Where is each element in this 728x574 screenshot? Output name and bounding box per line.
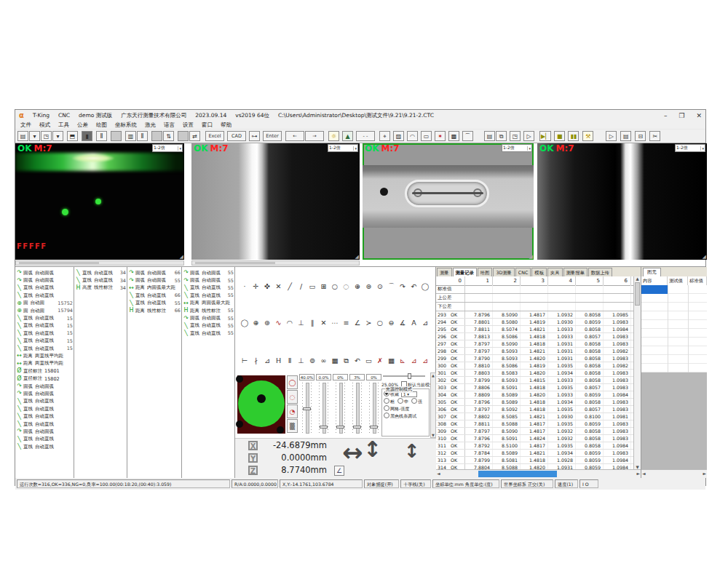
feature-item[interactable]: H距离线性标注66 [127,307,181,314]
light-toggle-button[interactable]: ☼ [328,131,339,141]
curve-tool[interactable]: ∿ [274,318,283,327]
feature-item[interactable]: ╲直线自动直线34 [74,269,127,276]
curve-fit-button[interactable]: ⌒ [462,131,473,141]
result-row[interactable]: 295OK7.88118.50741.48211.09330.80581.098… [436,326,633,333]
maximize-button[interactable]: ❐ [678,112,684,119]
placeholder-button[interactable]: ▬ [111,131,122,141]
result-row[interactable]: 311OK7.87928.51001.48171.09350.80581.098… [436,442,633,450]
circle-slice-tool[interactable]: ⊖ [387,318,396,327]
scroll-up-arrow[interactable]: ▲ [634,276,641,281]
ellipse-2-tool[interactable]: ◯ [240,318,249,327]
feature-item[interactable]: ↷圆弧自动圆弧 [15,390,74,397]
camera1-scrollbar[interactable] [15,260,184,266]
open-options-dropdown[interactable]: ▾ [52,131,63,141]
circle-scan-tool[interactable]: ⊛ [365,282,373,291]
feature-item[interactable]: ╲直线自动直线 [15,405,74,412]
feature-item[interactable]: ╲直线自动直线 [15,398,74,405]
result-row[interactable]: 299OK7.87908.50931.48201.09310.80581.098… [436,355,633,362]
result-row[interactable]: 302OK7.87998.50931.48151.09330.80581.098… [436,377,633,384]
feature-item[interactable]: ╲直线自动直线15 [15,330,74,337]
slider-thumb[interactable] [336,426,344,428]
scrollbar-thumb[interactable] [195,262,275,264]
feature-item[interactable]: ╲直线自动直线66 [127,292,181,299]
feature-item[interactable]: ↔距离内圆弧最大距 [127,284,181,292]
results-tab-测量[interactable]: 测量 [437,268,452,276]
caliper-tool[interactable]: ∤ [252,356,261,365]
glasses-view-tool[interactable]: ∞ [320,356,328,365]
menu-item-语言[interactable]: 语言 [164,121,175,129]
rectangle-grid-tool[interactable]: ⊞ [320,282,328,291]
step-forward-button[interactable]: → [305,131,324,141]
arc-fit-button[interactable]: ◠ [407,131,418,141]
feature-item[interactable]: ╲直线自动直线55 [182,292,234,299]
distance-tool[interactable]: ⊢ [240,356,249,365]
feature-item[interactable]: ╲直线自动直线 [15,284,74,292]
menu-item-工具[interactable]: 工具 [58,121,69,129]
result-row[interactable]: 294OK7.88018.50801.48191.09300.80591.098… [436,319,633,326]
result-row[interactable]: 313OK7.87998.50811.48181.09280.80591.098… [436,457,633,464]
angle-jog-button[interactable]: ∠ [334,466,344,476]
target-scan-tool[interactable]: ⊛ [263,318,272,327]
selected-cell[interactable] [641,285,668,294]
result-row[interactable]: 297OK7.87978.50901.48181.09310.80581.098… [436,340,633,348]
excel-export-button[interactable]: Excel [205,131,224,141]
camera-zoom-select[interactable]: 1-2倍▾ [328,144,358,152]
light-slider-1[interactable]: 40.0% [299,374,316,437]
magnifier-button[interactable]: ⌖ [379,131,390,141]
concentricity-tool[interactable]: ⊚ [308,356,317,365]
ring-pattern-button[interactable]: ▒ [287,419,298,433]
circle-dashed-tool[interactable]: ◌ [342,282,351,291]
dashes-button[interactable]: - - [356,131,375,141]
parallel-tool[interactable]: ∥ [308,318,317,327]
blank-white-button[interactable]: ▭ [421,131,432,141]
result-row[interactable]: 303OK7.88068.50911.48181.09350.80571.098… [436,384,633,391]
feature-item[interactable]: Ø直径标注15801 [15,367,74,375]
feature-item[interactable]: ╲直线自动直线 [15,443,74,450]
feature-item[interactable]: ↷圆弧自动圆弧 [15,428,74,435]
zoom-slider-thumb[interactable] [408,373,411,379]
camera-view-1[interactable]: FFFFF OKM:71-2倍▾◢ [15,143,184,260]
align-right-tool[interactable]: ⊿ [421,356,430,365]
feature-item[interactable]: ⊕圆自动圆15794 [15,307,74,314]
results-tab-夹具[interactable]: 夹具 [547,268,563,276]
feature-item[interactable]: ╲直线自动直线 [15,412,74,420]
feature-item[interactable]: ╲直线自动直线55 [182,330,234,337]
results-tab-绘图[interactable]: 绘图 [478,268,493,276]
feature-item[interactable]: ╲直线自动直线55 [127,300,181,307]
radio-level-粗[interactable] [384,398,389,404]
move-stage-vertical-button[interactable]: ⇅ [163,131,174,141]
open-file-button[interactable]: ◳ [41,131,52,141]
feature-item[interactable]: ⊕圆自动圆15752 [15,300,74,307]
slider-thumb[interactable] [303,407,311,410]
menu-item-绘图[interactable]: 绘图 [96,121,107,129]
menu-item-设置[interactable]: 设置 [183,121,194,129]
selection-box-tool[interactable]: ▭ [365,356,373,365]
feature-item[interactable]: ╲直线自动直线15 [15,322,74,330]
light-slider-3[interactable]: 0% [333,374,349,437]
point-set-tool[interactable]: ⋯ [331,318,339,327]
element-tab[interactable]: 图元 [643,268,661,276]
camera-view-4[interactable]: OKM:71-2倍▾◢ [537,143,707,260]
copy-program-button[interactable]: ⧉ [496,131,507,141]
arc-tool[interactable]: ⌒ [387,282,396,291]
result-row[interactable]: 306OK7.87978.50921.48181.09350.80571.098… [436,406,633,413]
perpendicular-annotate-tool[interactable]: ⊥ [297,356,306,365]
feature-item[interactable]: ↔距离两直线平均距 [15,352,74,359]
scroll-left-arrow[interactable]: ◄ [642,471,646,476]
feature-item[interactable]: ↷圆弧自动圆弧55 [182,314,234,322]
arc-cw-tool[interactable]: ↷ [398,282,407,291]
save-file-button[interactable]: ▤ [17,131,28,141]
result-row[interactable]: 305OK7.87968.50891.48181.09340.80581.098… [436,399,633,406]
feature-item[interactable]: H高度线性标注34 [74,284,127,292]
feature-item[interactable]: Ø直径标注15802 [15,375,74,382]
results-tab-3D测量[interactable]: 3D测量 [493,268,514,276]
menu-item-模式[interactable]: 模式 [39,121,50,129]
step-back-button[interactable]: ← [285,131,304,141]
result-row[interactable]: 301OK7.88038.50831.48201.09340.80581.098… [436,370,633,377]
result-row[interactable]: 307OK7.88028.50851.48211.09300.81001.098… [436,413,633,420]
height-tool[interactable]: H [274,356,283,365]
feature-item[interactable]: H距离线性标注55 [182,307,234,314]
slider-thumb[interactable] [370,426,378,428]
angle-measure-tool[interactable]: ∡ [398,318,407,327]
intersection-tool[interactable]: ✕ [274,282,283,291]
